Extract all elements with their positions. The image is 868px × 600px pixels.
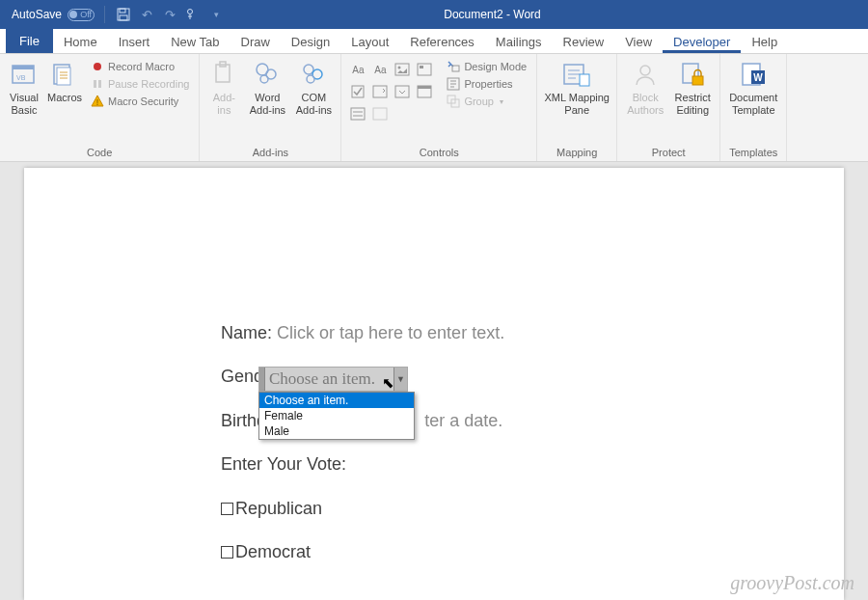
svg-point-20 [398, 67, 401, 69]
dropdown-option[interactable]: Choose an item. [259, 393, 414, 408]
tab-design[interactable]: Design [281, 32, 340, 53]
tab-developer[interactable]: Developer [663, 32, 741, 53]
picture-control-icon[interactable] [392, 59, 413, 80]
svg-rect-2 [120, 15, 127, 20]
design-mode-button[interactable]: Design Mode [445, 59, 529, 74]
undo-icon[interactable]: ↶ [136, 4, 157, 25]
rich-text-control-icon[interactable]: Aa [347, 59, 368, 80]
combo-box-control-icon[interactable] [369, 81, 391, 102]
svg-rect-38 [692, 76, 703, 85]
restrict-editing-button[interactable]: Restrict Editing [669, 57, 716, 119]
checkbox-control-icon[interactable] [347, 81, 368, 102]
chevron-down-icon[interactable]: ▼ [393, 368, 407, 391]
com-addins-icon [299, 60, 328, 89]
macros-button[interactable]: Macros [44, 57, 85, 107]
properties-button[interactable]: Properties [445, 76, 529, 92]
com-addins-button[interactable]: COM Add-ins [290, 57, 337, 119]
plain-text-control-icon[interactable]: Aa [369, 59, 391, 80]
svg-text:W: W [753, 72, 763, 83]
watermark: groovyPost.com [730, 572, 854, 594]
document-area[interactable]: Name: Click or tap here to enter text. G… [0, 162, 868, 600]
design-mode-icon [447, 60, 460, 73]
svg-rect-5 [13, 66, 34, 69]
svg-rect-25 [395, 86, 409, 97]
redo-icon[interactable]: ↷ [159, 4, 180, 25]
tab-help[interactable]: Help [741, 32, 788, 53]
warning-icon: ! [91, 95, 104, 108]
svg-text:VB: VB [16, 74, 26, 81]
content-controls-gallery[interactable]: Aa Aa [345, 57, 437, 126]
ribbon-group-protect: Block Authors Restrict Editing Protect [617, 54, 720, 161]
qat-customize-icon[interactable]: ▾ [205, 4, 227, 25]
tab-insert[interactable]: Insert [108, 32, 161, 53]
building-block-control-icon[interactable] [414, 59, 435, 80]
page[interactable]: Name: Click or tap here to enter text. G… [24, 168, 844, 600]
svg-rect-24 [373, 86, 387, 97]
pause-icon [91, 77, 104, 91]
repeat-control-icon[interactable] [347, 103, 368, 124]
tab-references[interactable]: References [399, 32, 484, 53]
dropdown-option[interactable]: Male [259, 423, 414, 439]
svg-rect-23 [352, 86, 364, 97]
svg-rect-28 [351, 108, 365, 120]
svg-rect-35 [580, 74, 589, 86]
svg-point-18 [307, 75, 314, 83]
tab-home[interactable]: Home [53, 32, 108, 53]
svg-rect-1 [120, 9, 125, 13]
ribbon-tabs: FileHomeInsertNew TabDrawDesignLayoutRef… [0, 29, 868, 54]
addins-button: Add- ins [203, 57, 244, 119]
svg-rect-27 [418, 86, 431, 89]
vote-option-1[interactable]: Republican [221, 498, 647, 520]
visual-basic-icon: VB [10, 60, 39, 89]
tab-draw[interactable]: Draw [231, 32, 281, 53]
xml-mapping-button[interactable]: XML Mapping Pane [541, 57, 612, 119]
save-icon[interactable] [113, 4, 134, 25]
svg-rect-10 [94, 80, 96, 88]
dropdown-option[interactable]: Female [259, 408, 414, 423]
visual-basic-button[interactable]: VB Visual Basic [4, 57, 44, 119]
group-button[interactable]: Group▾ [445, 94, 529, 109]
touch-mode-icon[interactable] [182, 4, 203, 25]
word-addins-button[interactable]: Word Add-ins [244, 57, 290, 119]
tab-review[interactable]: Review [553, 32, 615, 53]
checkbox-icon[interactable] [221, 503, 233, 515]
macros-icon [50, 60, 79, 89]
svg-point-15 [260, 75, 268, 83]
properties-icon [447, 77, 460, 91]
tab-file[interactable]: File [6, 29, 53, 53]
autosave-toggle[interactable]: AutoSave Off [0, 8, 102, 21]
pause-recording-button: Pause Recording [89, 76, 191, 92]
checkbox-icon[interactable] [221, 546, 233, 559]
title-bar: AutoSave Off ↶ ↷ ▾ Document2 - Word [0, 0, 868, 29]
gender-dropdown-control[interactable]: Choose an item. ▼ Choose an item.FemaleM… [258, 367, 408, 392]
vote-option-2[interactable]: Democrat [221, 541, 647, 563]
ribbon-group-addins: Add- ins Word Add-ins COM Add-ins Add-in… [200, 54, 341, 161]
macro-security-button[interactable]: !Macro Security [89, 94, 191, 109]
addins-icon [209, 60, 238, 89]
svg-rect-21 [418, 64, 431, 75]
block-authors-button: Block Authors [621, 57, 669, 119]
tab-layout[interactable]: Layout [340, 32, 399, 53]
window-title: Document2 - Word [232, 8, 752, 21]
name-field[interactable]: Name: Click or tap here to enter text. [221, 322, 647, 344]
gender-dropdown-menu[interactable]: Choose an item.FemaleMale [258, 392, 415, 440]
svg-point-3 [188, 10, 193, 14]
tab-view[interactable]: View [614, 32, 663, 53]
document-template-button[interactable]: W Document Template [724, 57, 782, 119]
svg-rect-29 [373, 108, 387, 120]
ribbon-group-templates: W Document Template Templates [720, 54, 787, 161]
svg-rect-8 [57, 68, 70, 85]
dropdown-control-icon[interactable] [392, 81, 413, 102]
document-template-icon: W [739, 60, 768, 89]
svg-point-9 [94, 63, 101, 70]
tab-new-tab[interactable]: New Tab [160, 32, 230, 53]
record-macro-button[interactable]: Record Macro [89, 59, 191, 74]
group-icon [447, 95, 460, 108]
xml-mapping-icon [562, 60, 591, 89]
legacy-tools-icon[interactable] [369, 103, 391, 124]
svg-rect-11 [98, 80, 101, 88]
tab-mailings[interactable]: Mailings [485, 32, 553, 53]
date-picker-control-icon[interactable] [414, 81, 435, 102]
ribbon: VB Visual Basic Macros Record Macro Paus… [0, 54, 868, 162]
word-addins-icon [253, 60, 282, 89]
